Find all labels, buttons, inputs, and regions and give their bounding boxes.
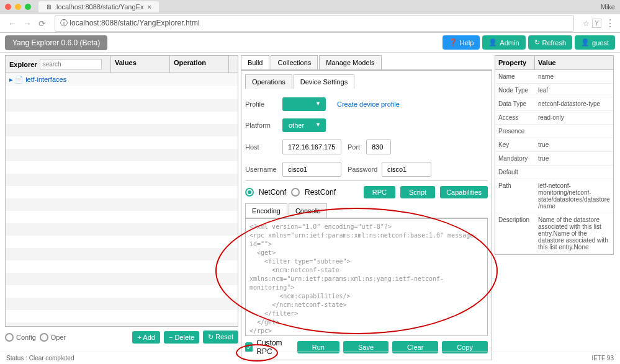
tab-device-settings[interactable]: Device Settings (294, 74, 354, 89)
rpc-editor[interactable]: <?xml version="1.0" encoding="utf-8"?> <… (245, 218, 488, 336)
help-icon: ❓ (449, 38, 457, 47)
property-row: Presence (495, 125, 613, 138)
main-tabs: Build Collections Manage Models (241, 55, 492, 70)
profile-label: Profile (245, 100, 282, 108)
maximize-icon[interactable] (25, 4, 31, 10)
property-row: DescriptionName of the datastore associa… (495, 213, 613, 254)
custom-rpc-checkbox[interactable]: ✓ (245, 342, 253, 352)
netconf-radio[interactable] (245, 188, 254, 197)
menu-icon[interactable]: ⋮ (605, 17, 615, 29)
tab-console[interactable]: Console (289, 203, 327, 218)
property-row: Pathietf-netconf-monitoring/netconf-stat… (495, 179, 613, 213)
platform-dropdown[interactable]: other (282, 118, 326, 132)
browser-titlebar: 🗎 localhost:8088/static/YangEx × Mike (0, 0, 620, 14)
tab-operations[interactable]: Operations (245, 74, 292, 89)
address-input[interactable]: ⓘ localhost:8088/static/YangExplorer.htm… (55, 15, 574, 32)
tab-close-icon[interactable]: × (147, 3, 151, 11)
value-header: Value (535, 56, 613, 69)
user-icon: 👤 (488, 38, 497, 47)
extension-icon[interactable]: Y (592, 19, 601, 28)
tab-encoding[interactable]: Encoding (245, 203, 287, 218)
user-icon: 👤 (581, 38, 590, 47)
restconf-radio[interactable] (291, 188, 300, 197)
bookmark-icon[interactable]: ☆ (583, 19, 590, 28)
operation-header: Operation (170, 56, 229, 73)
add-button[interactable]: + Add (132, 331, 159, 344)
explorer-panel: Explorer Values Operation ▸ 📄 ietf-inter… (5, 55, 238, 345)
port-input[interactable] (366, 140, 391, 154)
netconf-label: NetConf (259, 188, 286, 197)
refresh-button[interactable]: ↻Refresh (528, 35, 573, 50)
restconf-label: RestConf (305, 188, 336, 197)
property-table: PropertyValue NamenameNode TypeleafData … (495, 55, 614, 255)
status-text: Status : Clear completed (6, 355, 74, 362)
tab-title: localhost:8088/static/YangEx (56, 3, 143, 11)
capabilities-button[interactable]: Capabilities (440, 186, 488, 198)
search-input[interactable] (40, 59, 102, 69)
property-row: Node Typeleaf (495, 84, 613, 97)
profile-name[interactable]: Mike (601, 3, 615, 11)
help-button[interactable]: ❓Help (443, 35, 480, 50)
property-row: Namename (495, 70, 613, 84)
tree-item[interactable]: ▸ 📄 ietf-interfaces (6, 73, 238, 86)
refresh-icon: ↻ (534, 38, 540, 47)
property-row: Keytrue (495, 138, 613, 152)
property-row: Default (495, 166, 613, 179)
close-icon[interactable] (5, 4, 11, 10)
password-label: Password (348, 166, 382, 173)
footer-right: IETF 93 (591, 355, 614, 362)
guest-button[interactable]: 👤guest (575, 35, 615, 50)
url-text: localhost:8088/static/YangExplorer.html (70, 19, 199, 27)
reload-icon[interactable]: ⟳ (35, 19, 50, 29)
url-bar: ← → ⟳ ⓘ localhost:8088/static/YangExplor… (0, 14, 620, 33)
port-label: Port (348, 143, 366, 151)
host-input[interactable] (282, 140, 341, 154)
username-label: Username (245, 166, 282, 173)
app-title: Yang Explorer 0.6.0 (Beta) (5, 35, 107, 50)
model-tree[interactable]: ▸ 📄 ietf-interfaces (5, 73, 238, 327)
tab-collections[interactable]: Collections (271, 55, 318, 69)
property-row: Data Typenetconf-datastore-type (495, 97, 613, 111)
app-header: Yang Explorer 0.6.0 (Beta) ❓Help 👤Admin … (0, 33, 620, 53)
browser-tab[interactable]: 🗎 localhost:8088/static/YangEx × (38, 1, 159, 12)
values-header: Values (111, 56, 170, 73)
property-row: Mandatorytrue (495, 152, 613, 166)
explorer-header: Explorer Values Operation (5, 55, 238, 73)
property-row: Accessread-only (495, 111, 613, 125)
host-label: Host (245, 143, 282, 151)
oper-radio[interactable]: Oper (40, 333, 66, 342)
info-icon[interactable]: ⓘ (60, 19, 68, 27)
script-button[interactable]: Script (400, 186, 435, 198)
tab-favicon: 🗎 (46, 3, 53, 11)
rpc-button[interactable]: RPC (364, 186, 395, 198)
minimize-icon[interactable] (15, 4, 21, 10)
profile-dropdown[interactable] (282, 97, 326, 111)
delete-button[interactable]: − Delete (164, 331, 199, 344)
admin-button[interactable]: 👤Admin (482, 35, 525, 50)
password-input[interactable] (382, 162, 431, 177)
config-radio[interactable]: Config (5, 333, 36, 342)
reset-button[interactable]: ↻ Reset (203, 331, 238, 344)
status-bar: Status : Clear completed IETF 93 (0, 352, 620, 364)
forward-icon: → (20, 19, 35, 29)
platform-label: Platform (245, 122, 282, 129)
create-profile-link[interactable]: Create device profile (337, 100, 400, 108)
username-input[interactable] (282, 162, 341, 177)
tab-manage-models[interactable]: Manage Models (319, 55, 381, 69)
property-header: Property (495, 56, 535, 69)
explorer-title: Explorer (9, 61, 37, 68)
tab-build[interactable]: Build (241, 55, 269, 69)
back-icon[interactable]: ← (5, 19, 20, 29)
